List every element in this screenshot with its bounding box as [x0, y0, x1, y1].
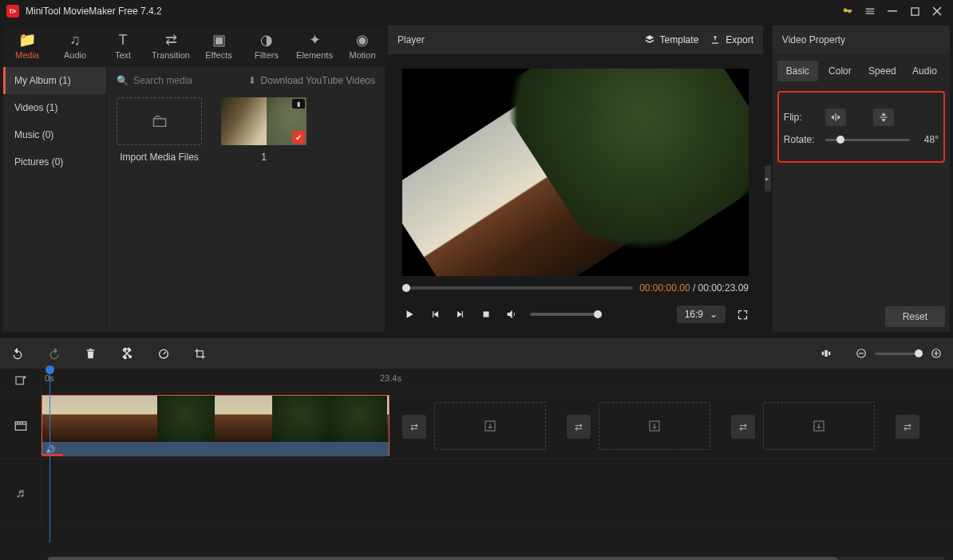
- folder-open-icon: 🗀: [151, 111, 168, 132]
- zoom-out-button[interactable]: [856, 348, 867, 359]
- tab-effects[interactable]: ▣Effects: [195, 26, 243, 67]
- empty-clip-slot[interactable]: [434, 402, 546, 450]
- time-ruler[interactable]: 0s 23.4s: [42, 369, 953, 392]
- playhead[interactable]: [49, 369, 50, 542]
- timecode: 00:00:00.00 / 00:00:23.09: [639, 282, 749, 294]
- tab-elements[interactable]: ✦Elements: [291, 26, 338, 67]
- time-current: 00:00:00.00: [639, 282, 690, 294]
- media-area: 🔍 Search media ⬇ Download YouTube Videos…: [107, 67, 385, 332]
- template-icon: [644, 34, 655, 45]
- video-track-icon[interactable]: [0, 392, 42, 459]
- close-button[interactable]: [926, 0, 948, 22]
- svg-point-3: [160, 349, 168, 358]
- empty-clip-slot[interactable]: [599, 402, 710, 450]
- zoom-slider[interactable]: [875, 353, 923, 355]
- tab-filters[interactable]: ◑Filters: [243, 26, 291, 67]
- sidebar-item-my-album[interactable]: My Album (1): [3, 67, 106, 94]
- flip-vertical-button[interactable]: [873, 108, 894, 126]
- add-transition-button[interactable]: ⇄: [402, 415, 426, 439]
- preview-stage[interactable]: [402, 69, 749, 276]
- speed-button[interactable]: [157, 347, 170, 360]
- svg-rect-0: [888, 10, 897, 12]
- sidebar-item-music[interactable]: Music (0): [3, 121, 106, 148]
- timeline-toolbar: [0, 338, 953, 369]
- template-button[interactable]: Template: [644, 34, 699, 45]
- collapse-right-panel[interactable]: ▸: [765, 166, 771, 191]
- maximize-button[interactable]: [904, 0, 926, 22]
- timeline-scrollbar[interactable]: [48, 557, 945, 560]
- tab-transition[interactable]: ⇄Transition: [147, 26, 195, 67]
- property-tab-basic[interactable]: Basic: [777, 61, 818, 81]
- search-input[interactable]: 🔍 Search media: [117, 75, 242, 86]
- folder-icon: 📁: [18, 33, 36, 47]
- video-track[interactable]: 🔊 ⇄⇄⇄⇄: [42, 392, 953, 459]
- chevron-down-icon: ⌄: [710, 309, 718, 320]
- add-track-button[interactable]: [0, 369, 42, 392]
- timeline: 0s 23.4s 🔊 ⇄⇄⇄⇄ ♬: [0, 369, 953, 560]
- fullscreen-button[interactable]: [737, 309, 749, 321]
- add-transition-button[interactable]: ⇄: [896, 415, 919, 439]
- tab-media[interactable]: 📁Media: [3, 26, 51, 67]
- svg-rect-6: [16, 377, 23, 384]
- tab-text[interactable]: TText: [99, 26, 147, 67]
- split-button[interactable]: [121, 347, 133, 360]
- aspect-ratio-select[interactable]: 16:9 ⌄: [677, 306, 726, 323]
- minimize-button[interactable]: [881, 0, 904, 22]
- stop-button[interactable]: [479, 307, 493, 321]
- text-icon: T: [119, 33, 128, 47]
- add-transition-button[interactable]: ⇄: [731, 415, 755, 439]
- activate-key-icon[interactable]: [836, 0, 859, 22]
- sidebar-item-pictures[interactable]: Pictures (0): [3, 148, 106, 175]
- app-title: MiniTool MovieMaker Free 7.4.2: [26, 6, 162, 17]
- play-button[interactable]: [402, 307, 417, 321]
- seek-bar[interactable]: [402, 286, 633, 290]
- empty-clip-slot[interactable]: [763, 402, 875, 450]
- search-icon: 🔍: [117, 75, 129, 86]
- prev-frame-button[interactable]: [428, 307, 442, 321]
- property-tabs: Basic Color Speed Audio: [773, 54, 950, 88]
- property-panel: Video Property Basic Color Speed Audio F…: [773, 26, 950, 332]
- crop-button[interactable]: [194, 348, 206, 360]
- zoom-in-button[interactable]: [931, 348, 942, 359]
- volume-slider[interactable]: [530, 313, 602, 316]
- media-clip-1[interactable]: ▮ ✔ 1: [221, 97, 306, 163]
- next-frame-button[interactable]: [453, 307, 468, 321]
- template-label: Template: [660, 34, 699, 45]
- property-tab-color[interactable]: Color: [820, 61, 860, 81]
- titlebar: !> MiniTool MovieMaker Free 7.4.2: [0, 0, 953, 22]
- media-sidebar: My Album (1) Videos (1) Music (0) Pictur…: [3, 67, 107, 332]
- undo-button[interactable]: [11, 347, 24, 360]
- elements-icon: ✦: [309, 33, 321, 47]
- tab-label: Text: [115, 50, 131, 60]
- svg-rect-2: [484, 312, 489, 317]
- property-tab-audio[interactable]: Audio: [904, 61, 945, 81]
- delete-button[interactable]: [85, 348, 97, 360]
- motion-icon: ◉: [356, 33, 369, 47]
- tab-label: Audio: [64, 50, 86, 60]
- tab-audio[interactable]: ♫Audio: [51, 26, 99, 67]
- export-button[interactable]: Export: [710, 34, 753, 45]
- menu-icon[interactable]: [859, 0, 881, 22]
- basic-property-highlight: Flip: Rotate: 48°: [777, 91, 945, 163]
- tab-label: Elements: [296, 50, 333, 60]
- audio-track[interactable]: [42, 459, 953, 526]
- import-media-button[interactable]: 🗀 Import Media Files: [117, 97, 202, 163]
- video-clip[interactable]: 🔊: [42, 395, 390, 455]
- download-youtube-button[interactable]: ⬇ Download YouTube Videos: [248, 75, 375, 86]
- redo-button[interactable]: [48, 347, 61, 360]
- effects-icon: ▣: [212, 33, 226, 47]
- flip-horizontal-button[interactable]: [825, 108, 846, 126]
- audio-track-icon[interactable]: ♬: [0, 459, 42, 526]
- sidebar-item-videos[interactable]: Videos (1): [3, 94, 106, 121]
- tab-motion[interactable]: ◉Motion: [338, 26, 386, 67]
- property-tab-speed[interactable]: Speed: [862, 61, 903, 81]
- volume-icon[interactable]: [504, 307, 519, 321]
- player-title: Player: [397, 34, 425, 45]
- ruler-mark: 23.4s: [380, 373, 401, 383]
- tab-label: Effects: [205, 50, 231, 60]
- add-transition-button[interactable]: ⇄: [567, 415, 591, 439]
- download-icon: ⬇: [248, 75, 256, 86]
- rotate-slider[interactable]: [825, 139, 910, 141]
- zoom-fit-button[interactable]: [821, 348, 832, 359]
- reset-button[interactable]: Reset: [885, 306, 945, 327]
